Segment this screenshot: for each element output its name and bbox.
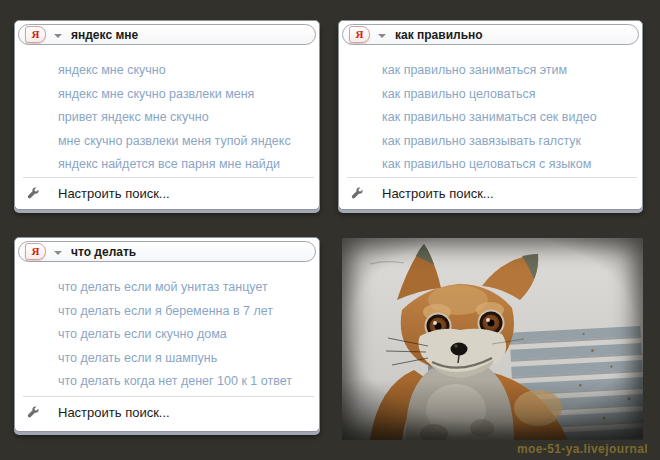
configure-search-button[interactable]: Настроить поиск... [15,178,319,212]
suggestion-item[interactable]: яндекс найдется все парня мне найди [15,153,319,177]
watermark-text: moe-51-ya.livejournal [517,442,648,456]
suggestion-list: яндекс мне скучно яндекс мне скучно разв… [15,48,319,177]
suggestion-item[interactable]: яндекс мне скучно [15,59,319,83]
suggestion-item[interactable]: мне скучно развлеки меня тупой яндекс [15,130,319,154]
configure-search-button[interactable]: Настроить поиск... [15,397,319,431]
suggestion-list: как правильно заниматься этим как правил… [339,48,642,177]
suggestion-item[interactable]: как правильно завязывать галстук [339,130,642,154]
chevron-down-icon[interactable] [54,251,62,255]
configure-search-label: Настроить поиск... [58,186,170,201]
search-query-text: яндекс мне [71,28,138,42]
search-dropdown-panel-chto-delat: Я что делать что делать если мой унитаз … [14,237,320,432]
search-query-text: как правильно [395,28,483,42]
search-query-text: что делать [71,245,136,259]
suggestion-list: что делать если мой унитаз танцует что д… [15,265,319,396]
configure-search-label: Настроить поиск... [382,186,494,201]
yandex-logo-icon[interactable]: Я [349,26,370,43]
suggestion-item[interactable]: что делать если я шампунь [15,347,319,371]
wrench-icon [27,406,40,419]
chevron-down-icon[interactable] [378,34,386,38]
search-dropdown-panel-yandex-mne: Я яндекс мне яндекс мне скучно яндекс мн… [14,20,320,210]
suggestion-item[interactable]: как правильно целоваться с языком [339,153,642,177]
suggestion-item[interactable]: что делать если скучно дома [15,323,319,347]
yandex-logo-icon[interactable]: Я [25,26,46,43]
wrench-icon [351,187,364,200]
suggestion-item[interactable]: как правильно заниматься этим [339,59,642,83]
wrench-icon [27,187,40,200]
fox-photo [342,238,643,440]
search-input[interactable]: Я как правильно [342,24,639,45]
suggestion-item[interactable]: что делать если мой унитаз танцует [15,276,319,300]
chevron-down-icon[interactable] [54,34,62,38]
yandex-logo-icon[interactable]: Я [25,243,46,260]
suggestion-item[interactable]: яндекс мне скучно развлеки меня [15,83,319,107]
suggestion-item[interactable]: как правильно целоваться [339,83,642,107]
suggestion-item[interactable]: что делать когда нет денег 100 к 1 ответ [15,370,319,394]
search-input[interactable]: Я яндекс мне [18,24,316,45]
configure-search-button[interactable]: Настроить поиск... [339,178,642,212]
suggestion-item[interactable]: как правильно заниматься сек видео [339,106,642,130]
search-dropdown-panel-kak-pravilno: Я как правильно как правильно заниматься… [338,20,643,210]
search-input[interactable]: Я что делать [18,241,316,262]
configure-search-label: Настроить поиск... [58,405,170,420]
suggestion-item[interactable]: что делать если я беременна в 7 лет [15,300,319,324]
suggestion-item[interactable]: привет яндекс мне скучно [15,106,319,130]
